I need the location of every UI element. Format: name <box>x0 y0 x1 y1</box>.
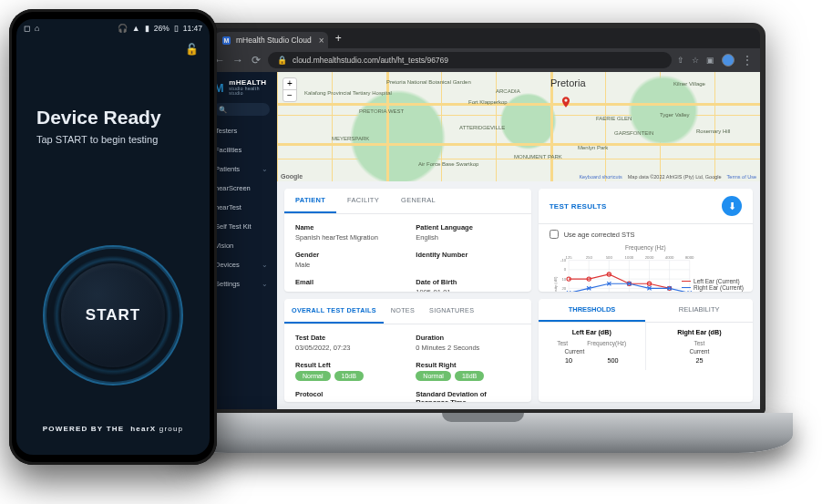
forward-icon[interactable]: → <box>231 54 244 67</box>
map-place-label: MEYERSPARK <box>332 136 369 141</box>
legend-label: Left Ear (Current) <box>694 278 740 284</box>
svg-text:8000: 8000 <box>685 255 694 260</box>
main-area: + − Pretoria Kalafong Provincial Tertiar… <box>277 72 760 409</box>
phone-screen: ◻ ⌂ 🎧 ▲ ▮ 26% ▯ 11:47 🔓 Device Ready Tap… <box>16 19 210 455</box>
value: Spanish hearTest Migration <box>295 233 399 242</box>
label: Email <box>295 278 399 286</box>
col-header: Left Ear (dB) <box>548 328 636 336</box>
status-bar: ◻ ⌂ 🎧 ▲ ▮ 26% ▯ 11:47 <box>16 19 210 37</box>
tab-patient[interactable]: PATIENT <box>284 189 336 213</box>
app-header: 🔓 <box>16 37 210 61</box>
value: 0 Minutes 2 Seconds <box>416 344 519 352</box>
tab-thresholds[interactable]: THRESHOLDS <box>539 299 646 322</box>
value: 10 <box>565 356 572 365</box>
result-chip: Normal <box>416 371 451 381</box>
label: Date of Birth <box>416 278 519 286</box>
map-place-label: ATTERIDGEVILLE <box>459 125 505 130</box>
signal-icon: ▮ <box>145 25 149 33</box>
close-icon[interactable]: × <box>319 36 324 46</box>
sidebar-item-label: Vision <box>215 242 233 250</box>
map-place-label: Kilner Village <box>673 81 705 87</box>
profile-avatar[interactable] <box>722 54 735 67</box>
sidebar-item-label: Testers <box>215 127 237 135</box>
map-terms-link[interactable]: Terms of Use <box>727 174 756 180</box>
start-control: START <box>45 247 181 384</box>
sidebar-item-label: Self Test Kit <box>215 222 251 231</box>
patient-tabs: PATIENT FACILITY GENERAL <box>284 189 531 214</box>
sidebar-item-label: Patients <box>215 165 240 173</box>
svg-text:4000: 4000 <box>664 255 673 260</box>
svg-text:-10: -10 <box>560 258 567 262</box>
subval: Current <box>565 348 585 355</box>
label: Protocol <box>295 390 399 398</box>
tab-overall[interactable]: OVERALL TEST DETAILS <box>284 299 384 324</box>
map-zoom-controls[interactable]: + − <box>283 77 297 102</box>
extensions-icon[interactable]: ▣ <box>706 56 714 65</box>
new-tab-button[interactable]: + <box>328 28 349 48</box>
map-pin-icon[interactable] <box>560 96 572 108</box>
wifi-icon: ▲ <box>132 25 140 33</box>
value: 1995-01-01 <box>416 288 519 292</box>
lock-icon[interactable]: 🔓 <box>185 43 199 56</box>
map-place-label: ARCADIA <box>496 88 520 94</box>
map-place-label: Rosemary Hill <box>696 129 730 134</box>
download-button[interactable]: ⬇ <box>722 196 742 216</box>
tab-facility[interactable]: FACILITY <box>336 189 390 213</box>
legend-label: Right Ear (Current) <box>694 284 744 291</box>
powered-prefix: POWERED BY THE <box>43 425 125 433</box>
value: 500 <box>608 356 619 365</box>
share-icon[interactable]: ⇧ <box>677 56 684 65</box>
value: English <box>416 233 519 242</box>
tab-title: mHealth Studio Cloud <box>236 36 312 45</box>
chart-xaxis-label: Frequency (Hz) <box>539 244 753 251</box>
sidebar-item-label: hearTest <box>215 203 241 211</box>
menu-icon[interactable]: ⋮ <box>742 54 753 67</box>
label: Test Date <box>295 334 399 342</box>
tab-signatures[interactable]: SIGNATURES <box>422 299 481 324</box>
svg-text:1000: 1000 <box>624 255 633 260</box>
reload-icon[interactable]: ⟳ <box>250 54 262 67</box>
zoom-out-icon[interactable]: − <box>283 90 296 101</box>
subhdr: Test <box>694 340 704 346</box>
laptop-base <box>173 413 793 453</box>
star-icon[interactable]: ☆ <box>692 56 699 65</box>
map-shortcuts-link[interactable]: Keyboard shortcuts <box>579 174 622 180</box>
svg-text:20: 20 <box>561 286 566 291</box>
tab-reliability[interactable]: RELIABILITY <box>645 299 753 322</box>
url-input[interactable]: 🔒 cloud.mhealthstudio.com/auth/ht_tests/… <box>268 52 672 68</box>
map[interactable]: + − Pretoria Kalafong Provincial Tertiar… <box>277 72 760 181</box>
svg-text:0: 0 <box>564 267 567 272</box>
tab-general[interactable]: GENERAL <box>390 189 447 213</box>
map-place-label: Tyger Valley <box>660 112 690 118</box>
brand-sub: studio health studio <box>229 87 270 96</box>
sts-checkbox[interactable] <box>550 230 559 239</box>
favicon: M <box>222 36 231 45</box>
map-place-label: Kalafong Provincial Tertiary Hospital <box>304 90 392 96</box>
page-title: Device Ready <box>36 107 210 129</box>
result-chip: Normal <box>295 371 331 381</box>
start-button[interactable]: START <box>61 263 165 367</box>
svg-text:500: 500 <box>605 255 612 260</box>
url-text: cloud.mhealthstudio.com/auth/ht_tests/96… <box>293 56 448 65</box>
panel-title: TEST RESULTS <box>550 202 607 211</box>
label: Duration <box>416 334 519 342</box>
zoom-in-icon[interactable]: + <box>283 78 296 90</box>
chevron-down-icon: ⌄ <box>262 165 268 173</box>
app-content: M mHEALTH studio health studio 🔍 Testers… <box>206 72 760 409</box>
sidebar-item-label: Devices <box>215 261 240 269</box>
sts-label: Use age corrected STS <box>564 231 635 239</box>
tab-notes[interactable]: NOTES <box>384 299 422 324</box>
map-place-label: Menlyn Park <box>578 145 608 150</box>
patient-panel: PATIENT FACILITY GENERAL NameSpanish hea… <box>284 189 531 292</box>
powered-brand: hearX <box>130 425 156 433</box>
browser-tab[interactable]: M mHealth Studio Cloud × <box>215 32 328 48</box>
thresholds-panel: THRESHOLDS RELIABILITY Left Ear (dB) Tes… <box>539 299 753 402</box>
subhdr: Test <box>557 340 568 346</box>
label: Patient Language <box>416 223 519 231</box>
map-credits-text: Map data ©2022 AfriGIS (Pty) Ltd, Google <box>628 174 722 180</box>
sidebar-item-label: hearScreen <box>215 184 251 192</box>
overall-panel: OVERALL TEST DETAILS NOTES SIGNATURES Te… <box>284 299 531 402</box>
results-panel: TEST RESULTS ⬇ Use age corrected STS Fre… <box>539 189 753 292</box>
battery-pct: 26% <box>154 24 170 33</box>
label: Result Right <box>416 361 519 369</box>
